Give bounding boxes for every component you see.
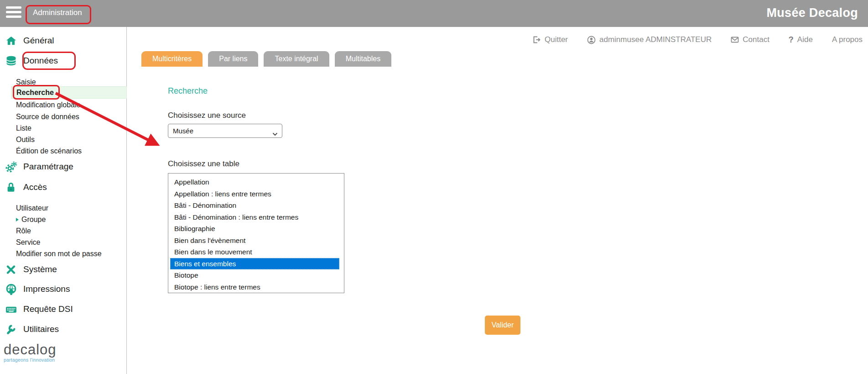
- envelope-icon: [731, 36, 739, 44]
- sidebar-item-label: Général: [23, 36, 54, 46]
- sidebar-item-label: Saisie: [16, 78, 36, 86]
- question-icon: ?: [789, 35, 794, 45]
- sidebar-item-outils[interactable]: Outils: [0, 134, 127, 145]
- sidebar-item-label: Source de données: [16, 113, 79, 121]
- user-icon: [587, 36, 596, 44]
- header-links: Quitter adminmusee ADMINSTRATEUR Contact…: [127, 27, 868, 53]
- chevron-down-icon: [272, 130, 278, 137]
- sidebar-item-label: Accès: [23, 182, 47, 192]
- sidebar-item-label: Paramétrage: [23, 162, 73, 172]
- about-label: A propos: [832, 35, 863, 44]
- search-tabs: Multicritères Par liens Texte intégral M…: [141, 51, 391, 67]
- table-option[interactable]: Appellation: [168, 176, 344, 188]
- database-icon: [5, 54, 17, 67]
- sidebar-item-role[interactable]: Rôle: [0, 225, 127, 237]
- user-label: adminmusee ADMINSTRATEUR: [599, 35, 712, 44]
- contact-link[interactable]: Contact: [731, 35, 769, 44]
- sidebar-item-label: Édition de scénarios: [16, 147, 82, 155]
- sidebar-item-general[interactable]: Général: [0, 31, 127, 51]
- annotation-arrow: [0, 0, 868, 374]
- table-option[interactable]: Bâti - Dénomination: [168, 200, 344, 211]
- source-select-value: Musée: [173, 127, 193, 135]
- sidebar-item-label: Outils: [16, 136, 35, 144]
- table-option[interactable]: Appellation : liens entre termes: [168, 188, 344, 200]
- sidebar-item-utilisateur[interactable]: Utilisateur: [0, 202, 127, 214]
- sidebar-item-label: Rôle: [16, 227, 31, 235]
- expand-triangle-icon: [16, 218, 19, 221]
- logout-icon: [532, 36, 541, 44]
- help-label: Aide: [797, 35, 813, 44]
- contact-label: Contact: [743, 35, 769, 44]
- sidebar-item-label: Utilitaires: [23, 324, 59, 334]
- sidebar-item-service[interactable]: Service: [0, 237, 127, 248]
- sidebar-item-label: Requête DSI: [23, 304, 73, 314]
- about-link[interactable]: A propos: [832, 35, 863, 44]
- sidebar-item-utilitaires[interactable]: Utilitaires: [0, 319, 127, 339]
- gears-icon: [5, 160, 17, 173]
- sidebar-item-edition-de-scenarios[interactable]: Édition de scénarios: [0, 145, 127, 157]
- sidebar-item-label: Modification globale: [16, 101, 80, 109]
- sidebar-item-label: Modifier son mot de passe: [16, 250, 102, 258]
- user-account[interactable]: adminmusee ADMINSTRATEUR: [587, 35, 712, 44]
- help-link[interactable]: ? Aide: [789, 35, 813, 45]
- page-title: Recherche: [168, 86, 208, 96]
- table-option[interactable]: Biotope : liens entre termes: [168, 281, 344, 293]
- valider-button[interactable]: Valider: [485, 316, 520, 335]
- logout-label: Quitter: [545, 35, 568, 44]
- sidebar-item-liste[interactable]: Liste: [0, 122, 127, 134]
- brand-title: Musée Decalog: [767, 6, 858, 20]
- sidebar-item-label: Système: [23, 264, 57, 274]
- sidebar-item-parametrage[interactable]: Paramétrage: [0, 157, 127, 177]
- sidebar-item-label: Service: [16, 238, 40, 247]
- app-title: Administration: [33, 8, 82, 17]
- tab-multitables[interactable]: Multitables: [335, 51, 391, 67]
- keyboard-icon: [5, 303, 17, 316]
- tools-icon: [5, 263, 17, 276]
- table-label: Choisissez une table: [168, 159, 239, 169]
- tab-multicriteres[interactable]: Multicritères: [141, 51, 203, 67]
- sidebar-item-systeme[interactable]: Système: [0, 259, 127, 279]
- sidebar-item-acces[interactable]: Accès: [0, 177, 127, 197]
- table-option[interactable]: Bien dans l'évènement: [168, 235, 344, 247]
- hamburger-menu-icon[interactable]: [6, 6, 21, 18]
- sidebar-item-label: Utilisateur: [16, 204, 48, 212]
- home-icon: [5, 34, 17, 47]
- table-option[interactable]: Bâti - Dénomination : liens entre termes: [168, 211, 344, 223]
- sidebar-item-modification-globale[interactable]: Modification globale: [0, 99, 127, 111]
- decalog-logo: decalog partageons l'innovation: [4, 343, 57, 363]
- sidebar-item-requete-dsi[interactable]: Requête DSI: [0, 299, 127, 319]
- sidebar-item-recherche[interactable]: Recherche: [11, 86, 127, 99]
- table-listbox[interactable]: Appellation Appellation : liens entre te…: [168, 173, 344, 293]
- wrench-icon: [5, 323, 17, 336]
- logo-tagline: partageons l'innovation: [4, 357, 57, 363]
- sidebar-item-label: Données: [23, 56, 58, 66]
- table-option[interactable]: Bien dans le mouvement: [168, 246, 344, 258]
- table-option[interactable]: Bibliographie: [168, 223, 344, 235]
- logo-text: decalog: [4, 343, 57, 357]
- sidebar-item-donnees[interactable]: Données: [0, 51, 127, 71]
- sidebar-item-modifier-mot-de-passe[interactable]: Modifier son mot de passe: [0, 248, 127, 259]
- sidebar-item-source-de-donnees[interactable]: Source de données: [0, 111, 127, 122]
- sidebar-item-impressions[interactable]: Impressions: [0, 279, 127, 299]
- sidebar-item-label: Groupe: [21, 216, 46, 224]
- logout-link[interactable]: Quitter: [532, 35, 568, 44]
- sidebar: Général Données Saisie Recherche Modific…: [0, 27, 127, 374]
- tab-par-liens[interactable]: Par liens: [208, 51, 258, 67]
- lock-icon: [5, 181, 17, 194]
- sidebar-item-label: Liste: [16, 124, 31, 132]
- source-label: Choisissez une source: [168, 111, 246, 120]
- administration-page: Administration Musée Decalog Quitter adm…: [0, 0, 868, 374]
- source-select[interactable]: Musée: [168, 124, 282, 138]
- tab-texte-integral[interactable]: Texte intégral: [264, 51, 329, 67]
- table-option[interactable]: Biotope: [168, 269, 344, 281]
- sidebar-item-label: Recherche: [16, 89, 54, 97]
- globe-print-icon: [5, 283, 17, 295]
- sidebar-item-label: Impressions: [23, 284, 70, 294]
- sidebar-item-groupe[interactable]: Groupe: [0, 214, 127, 225]
- table-option-selected[interactable]: Biens et ensembles: [170, 258, 339, 270]
- top-bar: Administration Musée Decalog: [0, 0, 868, 27]
